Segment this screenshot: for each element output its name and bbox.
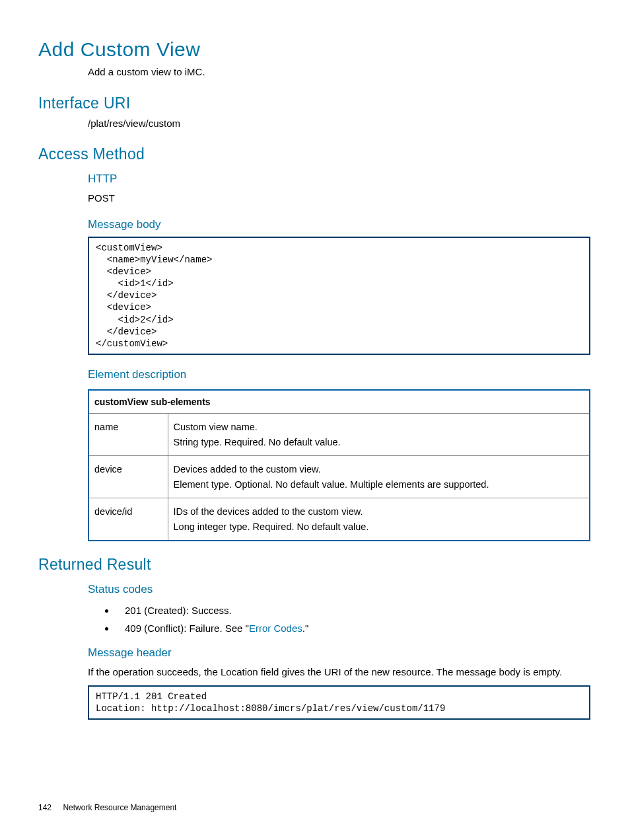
element-desc: Devices added to the custom view.Element…	[168, 456, 590, 498]
element-name: device/id	[88, 498, 168, 541]
message-header-code: HTTP/1.1 201 Created Location: http://lo…	[88, 685, 590, 720]
http-method: POST	[88, 191, 590, 206]
section-access-method: Access Method	[38, 145, 590, 163]
status-code-text-pre: 409 (Conflict): Failure. See "	[125, 623, 249, 634]
http-label: HTTP	[88, 172, 590, 186]
table-row: device/id IDs of the devices added to th…	[88, 498, 590, 541]
intro-text: Add a custom view to iMC.	[88, 65, 590, 80]
element-desc: Custom view name.String type. Required. …	[168, 414, 590, 456]
element-desc: IDs of the devices added to the custom v…	[168, 498, 590, 541]
table-header: customView sub-elements	[88, 390, 590, 414]
table-row: name Custom view name.String type. Requi…	[88, 414, 590, 456]
element-description-heading: Element description	[88, 368, 590, 381]
status-code-text-post: ."	[302, 623, 309, 634]
status-codes-heading: Status codes	[88, 583, 590, 596]
message-header-text: If the operation succeeds, the Location …	[88, 665, 590, 680]
interface-uri-value: /plat/res/view/custom	[88, 116, 590, 132]
element-name: name	[88, 414, 168, 456]
page-number: 142	[38, 803, 52, 812]
message-body-heading: Message body	[88, 218, 590, 231]
message-header-heading: Message header	[88, 646, 590, 660]
error-codes-link[interactable]: Error Codes	[249, 623, 302, 634]
section-returned-result: Returned Result	[38, 556, 590, 574]
page-footer: 142 Network Resource Management	[38, 803, 176, 812]
status-code-text: 201 (Created): Success.	[125, 605, 232, 616]
page-title: Add Custom View	[38, 38, 590, 61]
status-code-item: 409 (Conflict): Failure. See "Error Code…	[116, 619, 590, 637]
message-body-code: <customView> <name>myView</name> <device…	[88, 237, 590, 356]
status-code-item: 201 (Created): Success.	[116, 601, 590, 619]
section-interface-uri: Interface URI	[38, 95, 590, 112]
element-description-table: customView sub-elements name Custom view…	[88, 389, 590, 541]
footer-label: Network Resource Management	[63, 803, 176, 812]
status-codes-list: 201 (Created): Success. 409 (Conflict): …	[88, 601, 590, 637]
table-row: device Devices added to the custom view.…	[88, 456, 590, 498]
element-name: device	[88, 456, 168, 498]
